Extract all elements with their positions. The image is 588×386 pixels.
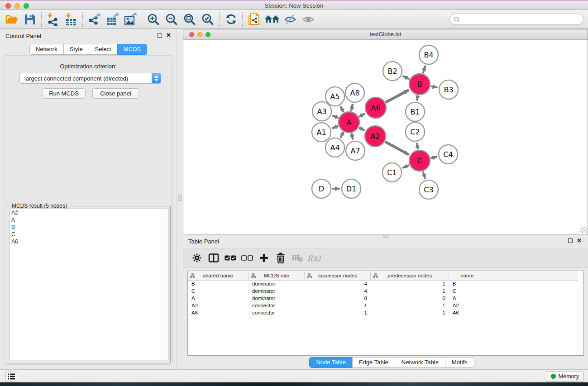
graph-node-B[interactable]: B [409, 74, 430, 95]
criterion-dropdown[interactable]: largest connected component (directed) [19, 73, 161, 84]
refresh-view-icon[interactable] [222, 11, 240, 28]
graph-edge-A6-B[interactable] [386, 90, 409, 102]
graph-node-B4[interactable]: B4 [419, 45, 438, 64]
splitter-grip[interactable] [178, 195, 182, 201]
column-header-mcds-role[interactable]: MCDS role [249, 271, 305, 280]
graph-edge-B-B4[interactable] [423, 66, 425, 73]
graph-node-A[interactable]: A [339, 112, 359, 133]
column-header-successor-nodes[interactable]: successor nodes [305, 271, 371, 280]
run-mcds-button[interactable]: Run MCDS [42, 88, 86, 99]
network-graph[interactable]: B4B2BB3A8A5A6A3B1AC2A1A2A4A7C4CC1C3DD1 [183, 40, 588, 234]
home-layout-icon[interactable] [263, 11, 281, 28]
graph-node-C4[interactable]: C4 [439, 145, 458, 164]
hide-panels-eye-slash-icon[interactable] [281, 11, 299, 28]
graph-edge-B-B1[interactable] [417, 95, 418, 101]
column-header-shared-name[interactable]: shared name [188, 271, 249, 280]
deselect-all-checkboxes-icon[interactable] [239, 250, 255, 266]
graph-edge-B-B2[interactable] [403, 76, 410, 79]
graph-node-C2[interactable]: C2 [406, 122, 425, 141]
tab-mcds[interactable]: MCDS [117, 44, 147, 55]
add-column-plus-icon[interactable] [255, 250, 272, 266]
graph-edge-A-A3[interactable] [332, 115, 339, 118]
import-table-icon[interactable] [62, 11, 80, 28]
graph-node-B3[interactable]: B3 [439, 80, 458, 99]
graph-edge-A-A4[interactable] [340, 132, 344, 138]
open-session-icon[interactable] [3, 11, 21, 28]
export-table-icon[interactable] [103, 11, 121, 28]
graph-node-A4[interactable]: A4 [325, 138, 344, 157]
mcds-result-item[interactable]: B [10, 224, 168, 231]
graph-edge-C-C1[interactable] [402, 165, 409, 168]
graph-edge-A-A1[interactable] [332, 126, 339, 128]
graph-edge-A-A7[interactable] [351, 133, 353, 139]
tab-style[interactable]: Style [63, 44, 89, 55]
table-row[interactable]: A6connector11A6 [188, 309, 583, 316]
graph-node-C[interactable]: C [409, 150, 430, 171]
graph-edge-A-A8[interactable] [351, 104, 353, 111]
delete-table-icon[interactable] [289, 250, 306, 266]
table-row[interactable]: Cdominator41C [188, 287, 583, 295]
mcds-result-item[interactable]: C [10, 231, 168, 238]
graph-node-B2[interactable]: B2 [383, 62, 402, 81]
graph-node-B1[interactable]: B1 [406, 102, 425, 121]
graph-edge-C-C3[interactable] [423, 172, 425, 179]
memory-button[interactable]: Memory [546, 371, 584, 381]
search-field[interactable] [449, 14, 583, 25]
graph-edge-A-A5[interactable] [340, 106, 344, 112]
zoom-out-icon[interactable] [163, 11, 181, 28]
float-panel-icon[interactable] [568, 238, 573, 243]
delete-column-trash-icon[interactable] [272, 250, 289, 266]
function-builder-icon[interactable]: f(x) [307, 253, 320, 262]
save-session-icon[interactable] [21, 11, 39, 28]
graph-node-A6[interactable]: A6 [365, 97, 386, 118]
tab-network-table[interactable]: Network Table [395, 357, 445, 368]
table-row[interactable]: Bdominator41B [188, 280, 583, 287]
graph-node-A7[interactable]: A7 [346, 141, 365, 160]
mcds-result-item[interactable]: A [10, 216, 168, 224]
show-column-icon[interactable] [205, 250, 222, 266]
network-canvas[interactable]: B4B2BB3A8A5A6A3B1AC2A1A2A4A7C4CC1C3DD1 [183, 40, 588, 234]
graph-node-C3[interactable]: C3 [419, 180, 438, 199]
column-header-name[interactable]: name [449, 271, 485, 280]
close-panel-icon[interactable]: ✕ [166, 33, 171, 38]
close-panel-icon[interactable]: ✕ [577, 238, 582, 243]
task-history-list-icon[interactable] [5, 372, 17, 381]
mcds-result-item[interactable]: A2 [10, 209, 168, 216]
graph-node-A3[interactable]: A3 [312, 102, 331, 121]
table-options-gear-icon[interactable] [188, 250, 205, 266]
zoom-fit-icon[interactable] [181, 11, 199, 28]
zoom-selected-icon[interactable] [199, 11, 217, 28]
graph-node-A8[interactable]: A8 [345, 83, 364, 102]
network-from-file-icon[interactable] [245, 11, 263, 28]
graph-node-A1[interactable]: A1 [312, 123, 331, 142]
horizontal-splitter-grip[interactable] [383, 235, 389, 238]
graph-edge-A-A6[interactable] [359, 114, 365, 117]
graph-edge-A-A2[interactable] [359, 128, 364, 130]
float-panel-icon[interactable] [158, 33, 162, 38]
tab-edge-table[interactable]: Edge Table [352, 357, 395, 368]
window-resize-grip[interactable] [580, 227, 587, 233]
search-input[interactable] [462, 16, 583, 23]
tab-select[interactable]: Select [89, 44, 118, 55]
mcds-result-list[interactable]: A2ABCA6 [9, 209, 168, 360]
show-panels-eye-icon[interactable] [299, 11, 317, 28]
graph-node-C1[interactable]: C1 [382, 163, 402, 182]
table-row[interactable]: Adominator80A [188, 295, 583, 302]
node-table[interactable]: shared nameMCDS rolesuccessor nodesprede… [187, 271, 584, 356]
mcds-result-item[interactable]: A6 [10, 238, 168, 245]
close-panel-button[interactable]: Close panel [92, 88, 139, 99]
graph-node-D1[interactable]: D1 [342, 179, 361, 198]
import-network-icon[interactable] [44, 11, 62, 28]
graph-node-D[interactable]: D [312, 179, 331, 198]
graph-edge-C-C2[interactable] [417, 143, 418, 150]
graph-edge-C-C4[interactable] [430, 157, 437, 158]
tab-node-table[interactable]: Node Table [309, 357, 353, 368]
export-network-icon[interactable] [85, 11, 103, 28]
select-all-checkboxes-icon[interactable] [222, 250, 239, 266]
graph-node-A2[interactable]: A2 [365, 126, 386, 147]
vertical-splitter[interactable] [177, 29, 183, 369]
column-header-predecessor-nodes[interactable]: predecessor nodes [371, 271, 449, 280]
graph-edge-A2-C[interactable] [385, 142, 409, 155]
export-image-icon[interactable] [121, 11, 139, 28]
zoom-in-icon[interactable] [144, 11, 163, 28]
